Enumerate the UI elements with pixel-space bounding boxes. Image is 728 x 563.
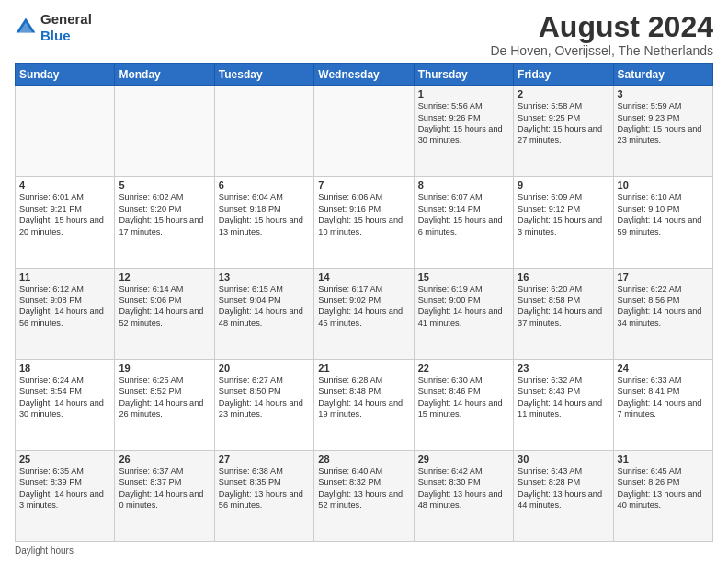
day-info: Sunrise: 6:12 AM Sunset: 9:08 PM Dayligh… (19, 283, 110, 329)
col-thursday: Thursday (414, 64, 513, 86)
day-info: Sunrise: 6:38 AM Sunset: 8:35 PM Dayligh… (219, 465, 310, 511)
day-info: Sunrise: 6:20 AM Sunset: 8:58 PM Dayligh… (518, 283, 609, 329)
location: De Hoven, Overijssel, The Netherlands (490, 43, 713, 58)
day-number: 7 (318, 179, 409, 190)
calendar-week-row: 25Sunrise: 6:35 AM Sunset: 8:39 PM Dayli… (16, 450, 713, 541)
table-row: 25Sunrise: 6:35 AM Sunset: 8:39 PM Dayli… (16, 450, 115, 541)
calendar-week-row: 1Sunrise: 5:56 AM Sunset: 9:26 PM Daylig… (16, 86, 713, 177)
table-row: 15Sunrise: 6:19 AM Sunset: 9:00 PM Dayli… (414, 268, 513, 359)
table-row: 18Sunrise: 6:24 AM Sunset: 8:54 PM Dayli… (16, 359, 115, 450)
day-number: 4 (19, 179, 110, 190)
day-number: 3 (618, 88, 709, 99)
table-row: 29Sunrise: 6:42 AM Sunset: 8:30 PM Dayli… (414, 450, 513, 541)
day-info: Sunrise: 6:22 AM Sunset: 8:56 PM Dayligh… (618, 283, 709, 329)
day-info: Sunrise: 5:59 AM Sunset: 9:23 PM Dayligh… (618, 100, 709, 146)
col-sunday: Sunday (16, 64, 115, 86)
calendar-table: Sunday Monday Tuesday Wednesday Thursday… (15, 63, 713, 542)
table-row: 7Sunrise: 6:06 AM Sunset: 9:16 PM Daylig… (314, 177, 414, 268)
day-info: Sunrise: 6:19 AM Sunset: 9:00 PM Dayligh… (418, 283, 509, 329)
table-row: 17Sunrise: 6:22 AM Sunset: 8:56 PM Dayli… (613, 268, 712, 359)
table-row: 24Sunrise: 6:33 AM Sunset: 8:41 PM Dayli… (613, 359, 712, 450)
table-row: 11Sunrise: 6:12 AM Sunset: 9:08 PM Dayli… (16, 268, 115, 359)
day-number: 12 (119, 271, 210, 282)
footer-note: Daylight hours (15, 546, 713, 556)
day-number: 11 (19, 271, 110, 282)
day-info: Sunrise: 6:30 AM Sunset: 8:46 PM Dayligh… (418, 374, 509, 420)
table-row: 26Sunrise: 6:37 AM Sunset: 8:37 PM Dayli… (115, 450, 214, 541)
table-row: 28Sunrise: 6:40 AM Sunset: 8:32 PM Dayli… (314, 450, 414, 541)
table-row: 3Sunrise: 5:59 AM Sunset: 9:23 PM Daylig… (613, 86, 712, 177)
table-row: 27Sunrise: 6:38 AM Sunset: 8:35 PM Dayli… (214, 450, 313, 541)
table-row: 23Sunrise: 6:32 AM Sunset: 8:43 PM Dayli… (514, 359, 613, 450)
day-number: 17 (618, 271, 709, 282)
day-number: 25 (19, 454, 110, 465)
table-row (115, 86, 214, 177)
calendar-week-row: 11Sunrise: 6:12 AM Sunset: 9:08 PM Dayli… (16, 268, 713, 359)
day-number: 28 (318, 454, 409, 465)
day-number: 10 (618, 179, 709, 190)
table-row: 6Sunrise: 6:04 AM Sunset: 9:18 PM Daylig… (214, 177, 313, 268)
day-info: Sunrise: 6:24 AM Sunset: 8:54 PM Dayligh… (19, 374, 110, 420)
table-row: 21Sunrise: 6:28 AM Sunset: 8:48 PM Dayli… (314, 359, 414, 450)
day-number: 14 (318, 271, 409, 282)
table-row: 9Sunrise: 6:09 AM Sunset: 9:12 PM Daylig… (514, 177, 613, 268)
table-row: 13Sunrise: 6:15 AM Sunset: 9:04 PM Dayli… (214, 268, 313, 359)
table-row: 2Sunrise: 5:58 AM Sunset: 9:25 PM Daylig… (514, 86, 613, 177)
day-number: 19 (119, 362, 210, 373)
day-number: 5 (119, 179, 210, 190)
day-info: Sunrise: 6:01 AM Sunset: 9:21 PM Dayligh… (19, 191, 110, 237)
day-info: Sunrise: 6:27 AM Sunset: 8:50 PM Dayligh… (219, 374, 310, 420)
col-friday: Friday (514, 64, 613, 86)
day-info: Sunrise: 6:32 AM Sunset: 8:43 PM Dayligh… (518, 374, 609, 420)
day-number: 15 (418, 271, 509, 282)
table-row (314, 86, 414, 177)
table-row: 5Sunrise: 6:02 AM Sunset: 9:20 PM Daylig… (115, 177, 214, 268)
day-info: Sunrise: 6:07 AM Sunset: 9:14 PM Dayligh… (418, 191, 509, 237)
table-row: 22Sunrise: 6:30 AM Sunset: 8:46 PM Dayli… (414, 359, 513, 450)
table-row: 20Sunrise: 6:27 AM Sunset: 8:50 PM Dayli… (214, 359, 313, 450)
day-info: Sunrise: 6:14 AM Sunset: 9:06 PM Dayligh… (119, 283, 210, 329)
day-info: Sunrise: 5:56 AM Sunset: 9:26 PM Dayligh… (418, 100, 509, 146)
title-block: August 2024 De Hoven, Overijssel, The Ne… (490, 11, 713, 58)
day-info: Sunrise: 6:33 AM Sunset: 8:41 PM Dayligh… (618, 374, 709, 420)
day-number: 30 (518, 454, 609, 465)
table-row (214, 86, 313, 177)
table-row: 4Sunrise: 6:01 AM Sunset: 9:21 PM Daylig… (16, 177, 115, 268)
day-number: 8 (418, 179, 509, 190)
table-row: 14Sunrise: 6:17 AM Sunset: 9:02 PM Dayli… (314, 268, 414, 359)
month-year: August 2024 (490, 11, 713, 43)
day-number: 2 (518, 88, 609, 99)
day-info: Sunrise: 6:02 AM Sunset: 9:20 PM Dayligh… (119, 191, 210, 237)
day-info: Sunrise: 6:04 AM Sunset: 9:18 PM Dayligh… (219, 191, 310, 237)
calendar-week-row: 18Sunrise: 6:24 AM Sunset: 8:54 PM Dayli… (16, 359, 713, 450)
logo-text: General Blue (40, 11, 92, 44)
table-row (16, 86, 115, 177)
page-header: General Blue August 2024 De Hoven, Overi… (15, 11, 713, 58)
col-saturday: Saturday (613, 64, 712, 86)
table-row: 10Sunrise: 6:10 AM Sunset: 9:10 PM Dayli… (613, 177, 712, 268)
day-number: 6 (219, 179, 310, 190)
table-row: 30Sunrise: 6:43 AM Sunset: 8:28 PM Dayli… (514, 450, 613, 541)
logo: General Blue (15, 11, 92, 44)
day-number: 21 (318, 362, 409, 373)
day-info: Sunrise: 6:06 AM Sunset: 9:16 PM Dayligh… (318, 191, 409, 237)
day-number: 1 (418, 88, 509, 99)
day-info: Sunrise: 6:42 AM Sunset: 8:30 PM Dayligh… (418, 465, 509, 511)
day-number: 26 (119, 454, 210, 465)
col-monday: Monday (115, 64, 214, 86)
table-row: 16Sunrise: 6:20 AM Sunset: 8:58 PM Dayli… (514, 268, 613, 359)
col-tuesday: Tuesday (214, 64, 313, 86)
day-number: 22 (418, 362, 509, 373)
day-info: Sunrise: 5:58 AM Sunset: 9:25 PM Dayligh… (518, 100, 609, 146)
day-info: Sunrise: 6:37 AM Sunset: 8:37 PM Dayligh… (119, 465, 210, 511)
day-info: Sunrise: 6:25 AM Sunset: 8:52 PM Dayligh… (119, 374, 210, 420)
day-number: 23 (518, 362, 609, 373)
day-number: 18 (19, 362, 110, 373)
calendar-week-row: 4Sunrise: 6:01 AM Sunset: 9:21 PM Daylig… (16, 177, 713, 268)
day-number: 16 (518, 271, 609, 282)
day-info: Sunrise: 6:17 AM Sunset: 9:02 PM Dayligh… (318, 283, 409, 329)
day-info: Sunrise: 6:43 AM Sunset: 8:28 PM Dayligh… (518, 465, 609, 511)
table-row: 1Sunrise: 5:56 AM Sunset: 9:26 PM Daylig… (414, 86, 513, 177)
table-row: 12Sunrise: 6:14 AM Sunset: 9:06 PM Dayli… (115, 268, 214, 359)
day-info: Sunrise: 6:40 AM Sunset: 8:32 PM Dayligh… (318, 465, 409, 511)
